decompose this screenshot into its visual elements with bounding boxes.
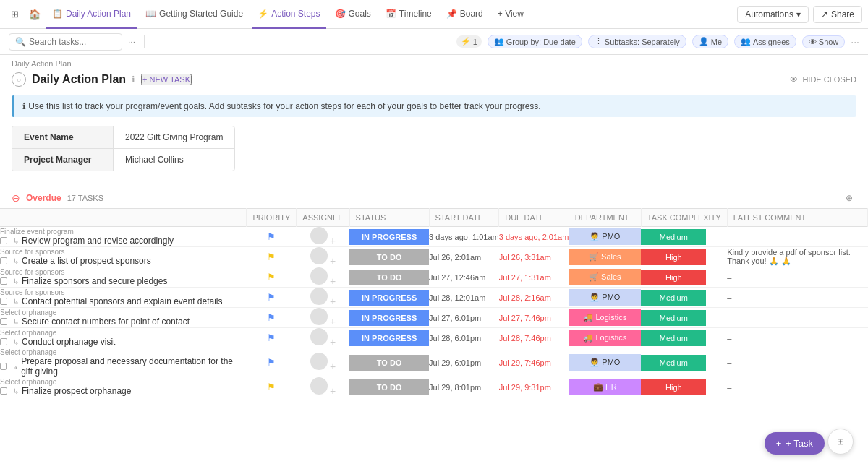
- task-priority-cell[interactable]: ⚑: [247, 328, 297, 348]
- task-priority-cell[interactable]: ⚑: [247, 308, 297, 328]
- task-checkbox[interactable]: [0, 237, 7, 244]
- task-name-cell[interactable]: Select orphanage ↳ Conduct orphanage vis…: [0, 328, 247, 348]
- assignees-chip[interactable]: 👥 Assignees: [734, 35, 796, 48]
- app-menu-icon[interactable]: ⊞: [6, 6, 23, 23]
- task-name-cell[interactable]: Source for sponsors ↳ Create a list of p…: [0, 247, 247, 267]
- task-complexity-cell[interactable]: High: [641, 247, 727, 267]
- search-input[interactable]: [29, 37, 116, 47]
- tab-goals[interactable]: 🎯 Goals: [329, 0, 377, 29]
- automations-button[interactable]: Automations ▾: [737, 6, 809, 23]
- task-complexity-cell[interactable]: Medium: [641, 308, 727, 328]
- add-assignee-icon[interactable]: +: [330, 255, 336, 267]
- task-complexity-cell[interactable]: Medium: [641, 288, 727, 308]
- task-department-cell[interactable]: 🧑‍💼 PMO: [569, 288, 641, 308]
- task-priority-cell[interactable]: ⚑: [247, 348, 297, 377]
- task-assignee-cell[interactable]: +: [297, 227, 349, 247]
- task-assignee-cell[interactable]: +: [297, 377, 349, 397]
- search-box[interactable]: 🔍: [9, 33, 122, 51]
- task-assignee-cell[interactable]: +: [297, 328, 349, 348]
- task-status-cell[interactable]: IN PROGRESS: [349, 288, 429, 308]
- task-checkbox[interactable]: [0, 387, 7, 395]
- add-assignee-icon[interactable]: +: [330, 316, 336, 327]
- task-status-cell[interactable]: TO DO: [349, 377, 429, 397]
- task-status-cell[interactable]: TO DO: [349, 247, 429, 267]
- col-priority[interactable]: PRIORITY: [247, 209, 297, 227]
- task-priority-cell[interactable]: ⚑: [247, 227, 297, 247]
- add-assignee-icon[interactable]: +: [330, 235, 336, 246]
- task-department-cell[interactable]: 💼 HR: [569, 377, 641, 397]
- task-complexity-cell[interactable]: Medium: [641, 348, 727, 377]
- toolbar-options-icon[interactable]: ···: [851, 36, 859, 48]
- show-chip[interactable]: 👁 Show: [802, 35, 846, 48]
- tab-timeline[interactable]: 📅 Timeline: [380, 0, 438, 29]
- task-status-cell[interactable]: IN PROGRESS: [349, 328, 429, 348]
- add-section-icon[interactable]: ⊕: [842, 191, 856, 205]
- task-name-cell[interactable]: Select orphanage ↳ Secure contact number…: [0, 308, 247, 328]
- task-department-cell[interactable]: 🛒 Sales: [569, 247, 641, 267]
- task-department-cell[interactable]: 🛒 Sales: [569, 267, 641, 288]
- me-chip[interactable]: 👤 Me: [692, 35, 728, 48]
- add-assignee-icon[interactable]: +: [330, 275, 336, 287]
- task-assignee-cell[interactable]: +: [297, 267, 349, 288]
- task-department-cell[interactable]: 🧑‍💼 PMO: [569, 348, 641, 377]
- tab-action-steps[interactable]: ⚡ Action Steps: [252, 0, 326, 29]
- task-complexity-cell[interactable]: Medium: [641, 328, 727, 348]
- col-department[interactable]: DEPARTMENT: [569, 209, 641, 227]
- task-department-cell[interactable]: 🚚 Logistics: [569, 308, 641, 328]
- task-name-cell[interactable]: Select orphanage ↳ Prepare proposal and …: [0, 348, 247, 377]
- task-priority-cell[interactable]: ⚑: [247, 267, 297, 288]
- subtasks-chip[interactable]: ⋮ Subtasks: Separately: [588, 35, 686, 48]
- task-checkbox[interactable]: [0, 363, 7, 370]
- share-button[interactable]: ↗ Share: [813, 6, 862, 23]
- task-status-cell[interactable]: IN PROGRESS: [349, 227, 429, 247]
- task-assignee-cell[interactable]: +: [297, 308, 349, 328]
- col-latest-comment[interactable]: LATEST COMMENT: [727, 209, 867, 227]
- group-by-chip[interactable]: 👥 Group by: Due date: [488, 35, 582, 48]
- add-assignee-icon[interactable]: +: [330, 385, 336, 397]
- col-status[interactable]: STATUS: [349, 209, 429, 227]
- task-assignee-cell[interactable]: +: [297, 348, 349, 377]
- task-assignee-cell[interactable]: +: [297, 288, 349, 308]
- task-checkbox[interactable]: [0, 277, 7, 285]
- task-priority-cell[interactable]: ⚑: [247, 247, 297, 267]
- col-due-date[interactable]: DUE DATE: [499, 209, 569, 227]
- filter-badge[interactable]: ⚡ 1: [456, 35, 482, 48]
- task-name-cell[interactable]: Finalize event program ↳ Review program …: [0, 227, 247, 247]
- task-checkbox[interactable]: [0, 257, 7, 264]
- add-assignee-icon[interactable]: +: [330, 361, 336, 372]
- task-department-cell[interactable]: 🧑‍💼 PMO: [569, 227, 641, 247]
- col-task-complexity[interactable]: TASK COMPLEXITY: [641, 209, 727, 227]
- toolbar-more-icon[interactable]: ···: [128, 37, 135, 47]
- task-name-cell[interactable]: Select orphanage ↳ Finalize prospect orp…: [0, 377, 247, 397]
- tab-board[interactable]: 📌 Board: [441, 0, 489, 29]
- task-priority-cell[interactable]: ⚑: [247, 377, 297, 397]
- task-department-cell[interactable]: 🚚 Logistics: [569, 328, 641, 348]
- task-complexity-cell[interactable]: High: [641, 267, 727, 288]
- app-icon[interactable]: 🏠: [26, 6, 43, 23]
- add-assignee-icon[interactable]: +: [330, 296, 336, 307]
- tab-daily-action-plan[interactable]: 📋 Daily Action Plan: [46, 0, 137, 29]
- task-complexity-cell[interactable]: Medium: [641, 227, 727, 247]
- collapse-icon[interactable]: ○: [12, 72, 26, 87]
- task-priority-cell[interactable]: ⚑: [247, 288, 297, 308]
- task-name-cell[interactable]: Source for sponsors ↳ Contact potential …: [0, 288, 247, 308]
- task-complexity-cell[interactable]: High: [641, 377, 727, 397]
- tab-add-view[interactable]: + View: [492, 0, 529, 29]
- info-icon[interactable]: ℹ: [132, 74, 135, 85]
- task-name-cell[interactable]: Source for sponsors ↳ Finalize sponsors …: [0, 267, 247, 288]
- task-status-cell[interactable]: IN PROGRESS: [349, 308, 429, 328]
- task-status-cell[interactable]: TO DO: [349, 267, 429, 288]
- col-start-date[interactable]: START DATE: [429, 209, 499, 227]
- task-table-container[interactable]: PRIORITY ASSIGNEE STATUS START DATE DUE …: [0, 208, 868, 397]
- task-status-cell[interactable]: TO DO: [349, 348, 429, 377]
- task-checkbox[interactable]: [0, 318, 7, 325]
- tab-getting-started[interactable]: 📖 Getting Started Guide: [140, 0, 249, 29]
- task-assignee-cell[interactable]: +: [297, 247, 349, 267]
- hide-closed-button[interactable]: 👁 HIDE CLOSED: [790, 75, 856, 84]
- add-assignee-icon[interactable]: +: [330, 336, 336, 348]
- section-toggle[interactable]: ⊖: [12, 192, 20, 204]
- task-checkbox[interactable]: [0, 298, 7, 305]
- new-task-button[interactable]: + NEW TASK: [141, 74, 192, 85]
- col-assignee[interactable]: ASSIGNEE: [297, 209, 349, 227]
- task-checkbox[interactable]: [0, 338, 7, 345]
